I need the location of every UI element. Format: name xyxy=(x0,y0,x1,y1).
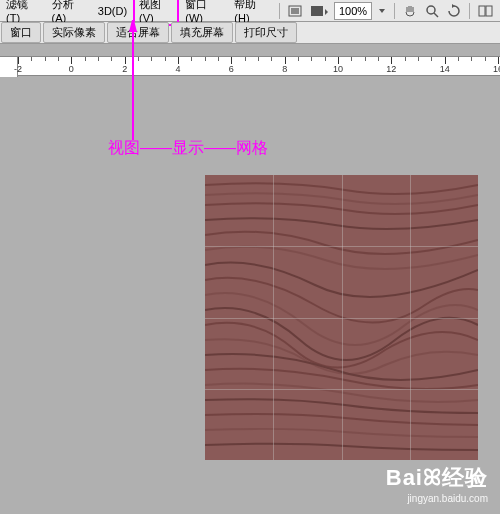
arrange-documents-icon[interactable] xyxy=(474,3,500,19)
watermark-url: jingyan.baidu.com xyxy=(386,493,488,504)
svg-rect-5 xyxy=(479,6,485,16)
screen-mode-icon[interactable] xyxy=(306,3,332,19)
svg-line-4 xyxy=(434,13,438,17)
options-bar: 窗口 实际像素 适合屏幕 填充屏幕 打印尺寸 xyxy=(0,22,500,44)
separator xyxy=(394,3,395,19)
annotation-text: 视图——显示——网格 xyxy=(108,138,268,159)
watermark: Baiꕤ经验 jingyan.baidu.com xyxy=(386,463,488,504)
rotate-view-icon[interactable] xyxy=(443,2,465,20)
hand-tool-icon[interactable] xyxy=(399,2,421,20)
zoom-level[interactable]: 100% xyxy=(334,2,372,20)
option-print-size[interactable]: 打印尺寸 xyxy=(235,22,297,43)
ruler-horizontal[interactable]: -20246810121416 xyxy=(18,57,500,77)
option-actual-pixels[interactable]: 实际像素 xyxy=(43,22,105,43)
svg-point-3 xyxy=(427,6,435,14)
option-fill-screen[interactable]: 填充屏幕 xyxy=(171,22,233,43)
ruler: -20246810121416 xyxy=(0,56,500,76)
svg-rect-6 xyxy=(486,6,492,16)
zoom-dropdown-icon[interactable] xyxy=(374,5,390,17)
document-canvas[interactable] xyxy=(205,175,478,460)
separator xyxy=(279,3,280,19)
zoom-tool-icon[interactable] xyxy=(421,2,443,20)
menu-3d[interactable]: 3D(D) xyxy=(92,3,133,19)
svg-rect-1 xyxy=(291,8,299,14)
menu-bar: 滤镜(T) 分析(A) 3D(D) 视图(V) 窗口(W) 帮助(H) 100% xyxy=(0,0,500,22)
watermark-brand: Baiꕤ经验 xyxy=(386,463,488,493)
option-window[interactable]: 窗口 xyxy=(1,22,41,43)
svg-rect-2 xyxy=(311,6,323,16)
launch-bridge-icon[interactable] xyxy=(284,3,306,19)
separator xyxy=(469,3,470,19)
annotation-arrow xyxy=(127,20,147,142)
